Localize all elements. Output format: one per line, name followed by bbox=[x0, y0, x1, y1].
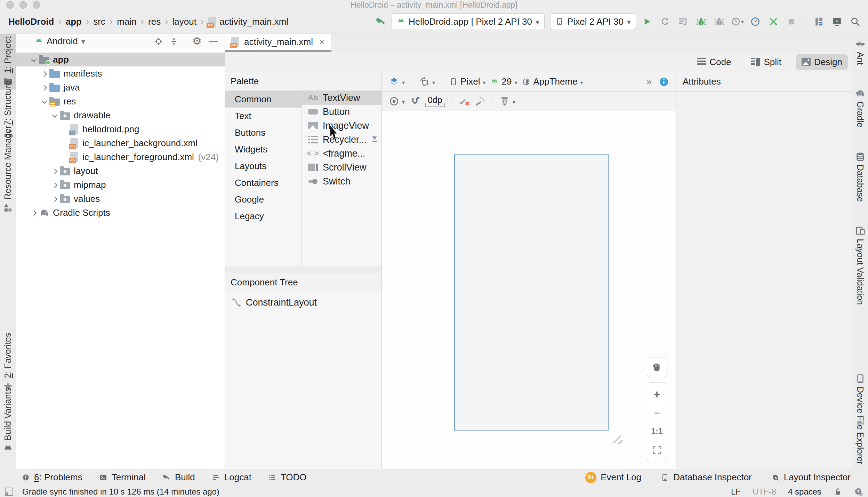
api-level-selector[interactable]: 29 bbox=[490, 76, 517, 87]
mode-code[interactable]: Code bbox=[691, 54, 737, 70]
zoom-out-button[interactable] bbox=[650, 406, 664, 420]
toolwindow-button-todo[interactable]: TODO bbox=[268, 472, 307, 483]
hide-panel-icon[interactable] bbox=[209, 36, 218, 47]
palette-category[interactable]: Text bbox=[225, 108, 302, 124]
tree-chevron-icon[interactable] bbox=[29, 211, 39, 215]
gear-icon[interactable] bbox=[192, 36, 202, 47]
run-configuration-select[interactable]: HelloDroid.app | Pixel 2 API 30 bbox=[392, 13, 545, 30]
restart-arrows-button[interactable] bbox=[765, 14, 781, 29]
encoding-indicator[interactable]: UTF-8 bbox=[753, 487, 776, 497]
palette-component[interactable]: Switch bbox=[302, 174, 381, 188]
close-icon[interactable] bbox=[319, 37, 325, 48]
pan-button[interactable] bbox=[647, 357, 667, 377]
target-device-select[interactable]: Pixel 2 API 30 bbox=[550, 13, 636, 30]
toolwindow-button-database-inspector[interactable]: Database Inspector bbox=[661, 472, 752, 483]
toolwindow-button-build-variants[interactable]: Build Variants bbox=[0, 385, 16, 456]
palette-component[interactable]: Recycler... bbox=[302, 133, 381, 147]
design-surface-selector[interactable] bbox=[389, 76, 405, 87]
tree-row[interactable]: mipmap bbox=[16, 178, 225, 192]
tree-chevron-icon[interactable] bbox=[49, 169, 60, 173]
tree-chevron-icon[interactable] bbox=[49, 197, 60, 201]
infer-constraints-icon[interactable] bbox=[475, 96, 485, 106]
palette-category[interactable]: Widgets bbox=[225, 141, 302, 158]
tree-chevron-icon[interactable] bbox=[39, 85, 49, 90]
palette-category[interactable]: Common bbox=[225, 91, 302, 108]
view-options-button[interactable] bbox=[389, 96, 405, 106]
tree-chevron-icon[interactable] bbox=[39, 100, 49, 103]
zoom-in-button[interactable] bbox=[650, 388, 664, 402]
palette-component[interactable]: TextView bbox=[302, 91, 381, 105]
palette-component[interactable]: Button bbox=[302, 105, 381, 119]
info-icon[interactable] bbox=[659, 77, 669, 87]
palette-category[interactable]: Google bbox=[225, 191, 302, 208]
toolwindow-toggle-icon[interactable] bbox=[5, 488, 13, 496]
tree-row[interactable]: res bbox=[16, 94, 225, 108]
panel-splitter[interactable] bbox=[225, 267, 381, 273]
tree-chevron-icon[interactable] bbox=[49, 183, 60, 187]
toolwindow-button-terminal[interactable]: Terminal bbox=[99, 472, 146, 483]
pack-button[interactable] bbox=[499, 96, 515, 106]
design-canvas[interactable]: 1:1 bbox=[382, 111, 676, 469]
tree-chevron-icon[interactable] bbox=[29, 58, 39, 61]
tree-row[interactable]: values bbox=[16, 192, 225, 206]
toolwindow-button-resource-manager[interactable]: Resource Manager bbox=[0, 123, 16, 216]
theme-selector[interactable]: AppTheme bbox=[522, 76, 583, 87]
palette-component[interactable]: ImageView bbox=[302, 119, 381, 133]
project-view-selector[interactable]: Android bbox=[47, 36, 78, 47]
palette-component[interactable]: <fragme... bbox=[302, 147, 381, 160]
apply-changes-button[interactable] bbox=[657, 14, 673, 29]
editor-tab[interactable]: activity_main.xml bbox=[225, 34, 331, 52]
project-structure-button[interactable] bbox=[811, 14, 827, 29]
help-gear-icon[interactable]: ? bbox=[854, 487, 863, 496]
breadcrumb-item[interactable]: app bbox=[66, 16, 82, 27]
zoom-fit-button[interactable] bbox=[650, 443, 664, 457]
default-margin-selector[interactable]: 0dp bbox=[425, 95, 445, 107]
locate-file-icon[interactable] bbox=[154, 37, 163, 46]
collapse-all-icon[interactable] bbox=[170, 37, 178, 46]
tree-row[interactable]: ic_launcher_background.xml bbox=[16, 136, 225, 150]
debug-button[interactable] bbox=[693, 14, 709, 29]
mode-split[interactable]: Split bbox=[746, 54, 787, 70]
zoom-actual-button[interactable]: 1:1 bbox=[650, 425, 664, 439]
toolwindow-button-layout-inspector[interactable]: Layout Inspector bbox=[771, 472, 851, 483]
design-device-frame[interactable] bbox=[454, 154, 609, 431]
tree-row[interactable]: Gradle Scripts bbox=[16, 206, 225, 220]
clear-constraints-icon[interactable] bbox=[459, 96, 470, 106]
tree-row[interactable]: manifests bbox=[16, 66, 225, 80]
toolwindow-button-event-log[interactable]: 9+Event Log bbox=[585, 472, 641, 483]
search-everywhere-button[interactable] bbox=[847, 14, 863, 29]
mode-design[interactable]: Design bbox=[796, 54, 848, 70]
tree-chevron-icon[interactable] bbox=[39, 71, 49, 76]
build-project-button[interactable] bbox=[373, 14, 389, 29]
apply-code-changes-button[interactable] bbox=[675, 14, 691, 29]
toolwindow-button-logcat[interactable]: Logcat bbox=[212, 472, 251, 483]
profiler-button[interactable] bbox=[747, 14, 763, 29]
device-type-selector[interactable]: Pixel bbox=[449, 76, 485, 87]
autoconnect-magnet-icon[interactable] bbox=[410, 96, 420, 106]
canvas-resize-handle[interactable] bbox=[611, 433, 625, 446]
toolwindow-button-ant[interactable]: Ant bbox=[852, 36, 868, 68]
breadcrumb-item[interactable]: activity_main.xml bbox=[208, 16, 288, 27]
palette-category[interactable]: Layouts bbox=[225, 158, 302, 174]
toolwindow-button-layout-validation[interactable]: Layout Validation bbox=[852, 223, 868, 308]
breadcrumb-item[interactable]: res bbox=[148, 16, 161, 27]
overflow-chevron-icon[interactable] bbox=[646, 76, 652, 87]
breadcrumb-item[interactable]: main bbox=[117, 16, 136, 27]
tree-row[interactable]: app bbox=[16, 53, 225, 66]
tree-row[interactable]: layout bbox=[16, 164, 225, 178]
tree-row[interactable]: hellodroid.png bbox=[16, 122, 225, 136]
breadcrumb-item[interactable]: layout bbox=[172, 16, 196, 27]
component-tree-item[interactable]: ConstraintLayout bbox=[225, 295, 381, 310]
line-ending-indicator[interactable]: LF bbox=[731, 487, 741, 497]
toolwindow-button-database[interactable]: Database bbox=[852, 149, 868, 205]
toolwindow-button-build[interactable]: Build bbox=[162, 472, 195, 483]
tree-chevron-icon[interactable] bbox=[49, 114, 60, 117]
toolwindow-button-problems[interactable]: 6: Problems bbox=[22, 472, 82, 483]
palette-category[interactable]: Containers bbox=[225, 174, 302, 191]
tree-row[interactable]: java bbox=[16, 80, 225, 94]
device-manager-button[interactable] bbox=[829, 14, 845, 29]
tree-row[interactable]: ic_launcher_foreground.xml(v24) bbox=[16, 150, 225, 164]
toolwindow-button-device-file-explorer[interactable]: Device File Explorer bbox=[852, 371, 868, 467]
palette-component[interactable]: ScrollView bbox=[302, 160, 381, 174]
profile-button[interactable] bbox=[729, 14, 745, 29]
